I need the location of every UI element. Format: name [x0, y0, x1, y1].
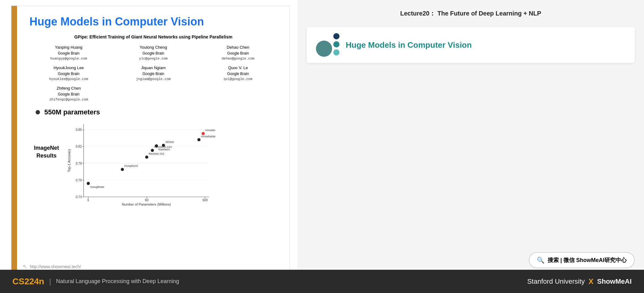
- bullet-dot: [36, 110, 40, 114]
- preview-dot-dark: [333, 33, 340, 39]
- x-separator: X: [589, 277, 594, 286]
- author-affil: Google Brain: [114, 51, 192, 56]
- author-name: Yanping Huang: [29, 44, 108, 51]
- footer-url: http://www.showmeai.tech/: [30, 264, 81, 269]
- preview-title: Huge Models in Computer Vision: [346, 40, 472, 50]
- author-email: qvl@google.com: [199, 77, 277, 82]
- right-slide-preview: Huge Models in Computer Vision: [307, 27, 635, 63]
- bullet-text: 550M parameters: [44, 108, 100, 116]
- svg-text:Inception3: Inception3: [124, 164, 138, 167]
- search-text: 搜索 | 微信 ShowMeAI研究中心: [548, 256, 627, 264]
- author-block: Yanping Huang Google Brain huangyp@googl…: [29, 44, 108, 61]
- author-block: Zhifeng Chen Google Brain zhifengc@googl…: [29, 85, 108, 102]
- author-name: HyoukJoong Lee: [29, 65, 108, 71]
- author-name: Youlong Cheng: [114, 44, 192, 51]
- preview-dot-teal: [333, 41, 340, 47]
- author-email: ylc@google.com: [114, 56, 192, 61]
- paper-section: GPipe: Efficient Training of Giant Neura…: [29, 34, 277, 102]
- bullet-section: 550M parameters: [36, 108, 277, 116]
- preview-circle-big: [316, 41, 332, 57]
- author-email: hyouklee@google.com: [29, 77, 108, 82]
- imagenet-label: ImageNetResults: [33, 144, 60, 160]
- svg-text:0.79: 0.79: [76, 162, 82, 165]
- course-name: Natural Language Processing with Deep Le…: [56, 278, 179, 285]
- slide-area: Huge Models in Computer Vision GPipe: Ef…: [11, 6, 290, 275]
- author-email: huangyp@google.com: [29, 56, 108, 61]
- cursor-icon: ↖: [23, 263, 27, 270]
- preview-circles: [316, 33, 340, 57]
- svg-text:Number of Parameters (Millions: Number of Parameters (Millions): [122, 202, 171, 206]
- svg-text:0.76: 0.76: [76, 179, 82, 182]
- course-info: CS224n | Natural Language Processing wit…: [12, 277, 179, 286]
- search-box[interactable]: 🔍 搜索 | 微信 ShowMeAI研究中心: [529, 252, 635, 268]
- svg-text:SENet: SENet: [165, 140, 174, 144]
- chart-section: ImageNetResults 0.730.760.790.820.856606…: [33, 119, 277, 211]
- svg-point-39: [202, 132, 205, 135]
- preview-dot-light: [333, 49, 340, 55]
- author-name: Quoc V. Le: [199, 65, 277, 71]
- showmeai-brand: ShowMeAI: [597, 277, 632, 286]
- author-block: HyoukJoong Lee Google Brain hyouklee@goo…: [29, 65, 108, 82]
- svg-text:GoogleNet: GoogleNet: [90, 185, 104, 189]
- paper-title: GPipe: Efficient Training of Giant Neura…: [29, 34, 277, 39]
- svg-text:6: 6: [87, 198, 89, 202]
- preview-circle-right: [333, 33, 340, 55]
- author-affil: Google Brain: [29, 71, 108, 77]
- svg-point-29: [145, 156, 148, 159]
- author-block: Quoc V. Le Google Brain qvl@google.com: [199, 65, 277, 82]
- chart-container: 0.730.760.790.820.85660600Top-1 Accuracy…: [67, 119, 277, 211]
- svg-text:Top-1 Accuracy: Top-1 Accuracy: [67, 149, 71, 172]
- author-block: Youlong Cheng Google Brain ylc@google.co…: [114, 44, 192, 61]
- author-name: Zhifeng Chen: [29, 85, 108, 91]
- author-block: Jiquan Ngiam Google Brain jngiam@google.…: [114, 65, 192, 82]
- svg-text:60: 60: [145, 198, 149, 202]
- university-name: Stanford University: [527, 277, 585, 286]
- slide-content: Huge Models in Computer Vision GPipe: Ef…: [17, 6, 290, 275]
- svg-text:0.73: 0.73: [76, 195, 82, 199]
- svg-text:AmoebaNetB(6, 512): AmoebaNetB(6, 512): [205, 128, 215, 132]
- slide-title: Huge Models in Computer Vision: [29, 15, 277, 28]
- svg-point-37: [197, 138, 200, 141]
- svg-text:600: 600: [203, 198, 208, 202]
- slide-left-bar: [11, 6, 17, 275]
- svg-text:NasNetA: NasNetA: [158, 148, 170, 151]
- author-name: Dehao Chen: [199, 44, 277, 51]
- author-email: zhifengc@google.com: [29, 97, 108, 102]
- svg-text:0.85: 0.85: [76, 128, 82, 131]
- author-affil: Google Brain: [29, 51, 108, 56]
- svg-point-33: [155, 144, 158, 148]
- svg-point-25: [87, 182, 90, 185]
- author-affil: Google Brain: [114, 71, 192, 77]
- search-icon: 🔍: [537, 256, 545, 264]
- right-panel: Lecture20： The Future of Deep Learning +…: [297, 0, 644, 293]
- svg-point-31: [151, 149, 154, 152]
- author-block: Dehao Chen Google Brain dehao@google.com: [199, 44, 277, 61]
- author-name: Jiquan Ngiam: [114, 65, 192, 71]
- bottom-bar: CS224n | Natural Language Processing wit…: [0, 270, 644, 293]
- university-info: Stanford University X ShowMeAI: [527, 277, 632, 286]
- svg-point-27: [121, 168, 124, 171]
- lecture-header: Lecture20： The Future of Deep Learning +…: [307, 9, 635, 18]
- author-email: jngiam@google.com: [114, 77, 192, 82]
- author-affil: Google Brain: [199, 71, 277, 77]
- author-affil: Google Brain: [29, 91, 108, 97]
- svg-text:ResNet-152: ResNet-152: [149, 152, 164, 155]
- author-email: dehao@google.com: [199, 56, 277, 61]
- slide-footer: ↖ http://www.showmeai.tech/: [23, 263, 81, 270]
- author-affil: Google Brain: [199, 51, 277, 56]
- svg-point-35: [162, 144, 165, 147]
- svg-text:0.82: 0.82: [76, 145, 82, 148]
- course-divider: |: [49, 277, 51, 286]
- course-code: CS224n: [12, 277, 44, 286]
- scatter-chart: 0.730.760.790.820.85660600Top-1 Accuracy…: [67, 119, 215, 209]
- authors-grid: Yanping Huang Google Brain huangyp@googl…: [29, 44, 277, 102]
